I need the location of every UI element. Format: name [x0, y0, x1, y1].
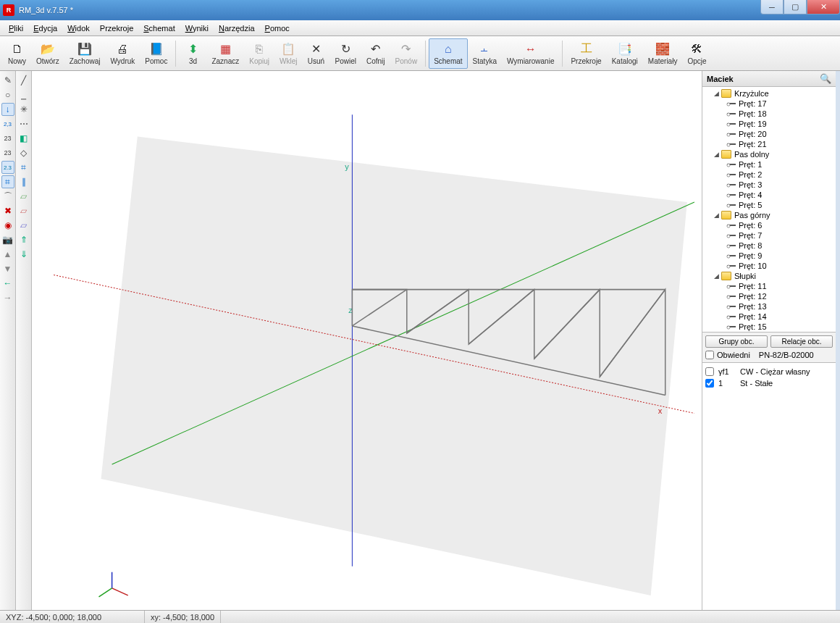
menu-widok[interactable]: Widok [63, 22, 94, 34]
menu-edycja[interactable]: Edycja [29, 22, 62, 34]
tool-otworz[interactable]: 📂Otwórz [31, 38, 64, 69]
menu-pliki[interactable]: Pliki [4, 22, 28, 34]
tree-item[interactable]: Pręt: 5 [702, 200, 836, 210]
minimize-button[interactable]: ─ [760, 0, 784, 14]
btn-grupy-obc[interactable]: Grupy obc. [705, 335, 768, 348]
vtool-dim[interactable]: 2,3 [1, 117, 14, 130]
tree-group[interactable]: ◢Krzyżulce [702, 88, 836, 99]
tool-nowy[interactable]: 🗋Nowy [3, 38, 31, 69]
select-icon: ▦ [218, 42, 232, 57]
tree-item[interactable]: Pręt: 2 [702, 170, 836, 180]
tool-kopiuj[interactable]: ⎘Kopiuj [244, 38, 274, 69]
vtool2-plane1[interactable]: ▱ [17, 190, 30, 203]
magnify-icon[interactable]: 🔍 [820, 73, 831, 84]
vtool-view[interactable]: ⌒ [1, 190, 14, 203]
tree-item[interactable]: Pręt: 8 [702, 241, 836, 251]
tree-item[interactable]: Pręt: 11 [702, 281, 836, 291]
tree-group[interactable]: ◢Pas dolny [702, 149, 836, 159]
menu-narzedzia[interactable]: Narzędzia [214, 22, 259, 34]
vtool2-arrow-down[interactable]: ⇓ [17, 248, 30, 261]
vtool-up[interactable]: ▲ [1, 248, 14, 261]
tool-pomoc[interactable]: 📘Pomoc [140, 38, 172, 69]
btn-relacje-obc[interactable]: Relacje obc. [770, 335, 833, 348]
tree-group[interactable]: ◢Pas górny [702, 210, 836, 220]
menu-schemat[interactable]: Schemat [139, 22, 179, 34]
tree-item[interactable]: Pręt: 1 [702, 159, 836, 170]
tree-view[interactable]: ◢KrzyżulcePręt: 17Pręt: 18Pręt: 19Pręt: … [702, 87, 836, 333]
vtool-num[interactable]: 23 [1, 132, 14, 145]
tree-item[interactable]: Pręt: 20 [702, 129, 836, 139]
vtool2-bar[interactable]: ⎯ [17, 88, 30, 101]
tree-item[interactable]: Pręt: 14 [702, 312, 836, 322]
tool-wydruk[interactable]: 🖨Wydruk [106, 38, 140, 69]
load-row[interactable]: γf1CW - Ciężar własny [705, 366, 833, 377]
tool-usun[interactable]: ✕Usuń [303, 38, 330, 69]
tool-zachowaj[interactable]: 💾Zachowaj [64, 38, 106, 69]
vtool-load[interactable]: ↓ [1, 103, 14, 116]
vertical-toolbar-2: ╱ ⎯ ✳ ⋯ ◧ ◇ ⌗ ∥ ▱ ▱ ▱ ⇑ ⇓ [16, 71, 32, 610]
vtool2-dash[interactable]: ⋯ [17, 117, 30, 130]
viewport-3d[interactable]: y x z [32, 71, 702, 610]
tool-katalogi[interactable]: 📑Katalogi [607, 38, 643, 69]
tree-item[interactable]: Pręt: 19 [702, 119, 836, 129]
vtool-down[interactable]: ▼ [1, 262, 14, 275]
tool-materialy[interactable]: 🧱Materiały [643, 38, 683, 69]
vtool2-diamond[interactable]: ◇ [17, 146, 30, 159]
section-icon: 工 [579, 42, 594, 57]
obwiedni-checkbox[interactable] [705, 351, 714, 359]
right-panel: Maciek 🔍 ◢KrzyżulcePręt: 17Pręt: 18Pręt:… [702, 71, 840, 610]
tree-item[interactable]: Pręt: 15 [702, 322, 836, 332]
tree-item[interactable]: Pręt: 17 [702, 99, 836, 109]
toolbar: 🗋Nowy 📂Otwórz 💾Zachowaj 🖨Wydruk 📘Pomoc ⬍… [0, 36, 840, 71]
load-checkbox[interactable] [705, 379, 714, 388]
tool-ponow[interactable]: ↷Ponów [390, 38, 423, 69]
tree-item[interactable]: Pręt: 9 [702, 251, 836, 261]
menubar: Pliki Edycja Widok Przekroje Schemat Wyn… [0, 20, 840, 36]
load-checkbox[interactable] [705, 367, 714, 376]
tool-przekroje[interactable]: 工Przekroje [566, 38, 606, 69]
vtool2-grid2[interactable]: ⌗ [17, 161, 30, 174]
vtool-grid[interactable]: ⌗ [1, 175, 14, 188]
tree-item[interactable]: Pręt: 21 [702, 139, 836, 149]
tool-statyka[interactable]: ⫠Statyka [468, 38, 502, 69]
vtool-left[interactable]: ← [1, 277, 14, 290]
tree-item[interactable]: Pręt: 12 [702, 291, 836, 301]
load-row[interactable]: 1St - Stałe [705, 377, 833, 389]
tree-item[interactable]: Pręt: 4 [702, 190, 836, 200]
vtool-scale[interactable]: 2.3 [1, 161, 14, 174]
vtool2-line[interactable]: ╱ [17, 74, 30, 87]
vtool-camera[interactable]: 📷 [1, 233, 14, 246]
maximize-button[interactable]: ▢ [784, 0, 807, 14]
menu-pomoc[interactable]: Pomoc [261, 22, 294, 34]
tool-cofnij[interactable]: ↶Cofnij [361, 38, 390, 69]
tool-wklej[interactable]: 📋Wklej [274, 38, 302, 69]
vtool2-sun[interactable]: ✳ [17, 103, 30, 116]
tree-item[interactable]: Pręt: 6 [702, 220, 836, 230]
tool-opcje[interactable]: 🛠Opcje [682, 38, 711, 69]
vtool2-plane3[interactable]: ▱ [17, 219, 30, 232]
tool-3d[interactable]: ⬍3d [179, 38, 206, 69]
tree-item[interactable]: Pręt: 10 [702, 261, 836, 271]
vtool-node[interactable]: ○ [1, 88, 14, 101]
vtool2-parallel[interactable]: ∥ [17, 175, 30, 188]
tree-item[interactable]: Pręt: 3 [702, 180, 836, 190]
menu-wyniki[interactable]: Wyniki [181, 22, 213, 34]
vtool2-arrow-up[interactable]: ⇑ [17, 233, 30, 246]
tree-item[interactable]: Pręt: 7 [702, 230, 836, 241]
vtool2-plane2[interactable]: ▱ [17, 204, 30, 217]
vtool-num2[interactable]: 23 [1, 146, 14, 159]
vtool-edit[interactable]: ✎ [1, 74, 14, 87]
vtool2-label[interactable]: ◧ [17, 132, 30, 145]
tree-group[interactable]: ◢Słupki [702, 271, 836, 281]
vtool-right[interactable]: → [1, 291, 14, 304]
close-button[interactable]: ✕ [807, 0, 840, 14]
tool-zaznacz[interactable]: ▦Zaznacz [206, 38, 244, 69]
tool-powiel[interactable]: ↻Powiel [330, 38, 361, 69]
menu-przekroje[interactable]: Przekroje [96, 22, 138, 34]
vtool-target[interactable]: ◉ [1, 219, 14, 232]
vtool-cross[interactable]: ✖ [1, 204, 14, 217]
tool-wymiarowanie[interactable]: ↔Wymiarowanie [502, 38, 559, 69]
tree-item[interactable]: Pręt: 13 [702, 301, 836, 312]
tree-item[interactable]: Pręt: 18 [702, 109, 836, 119]
tool-schemat[interactable]: ⌂Schemat [429, 38, 467, 69]
